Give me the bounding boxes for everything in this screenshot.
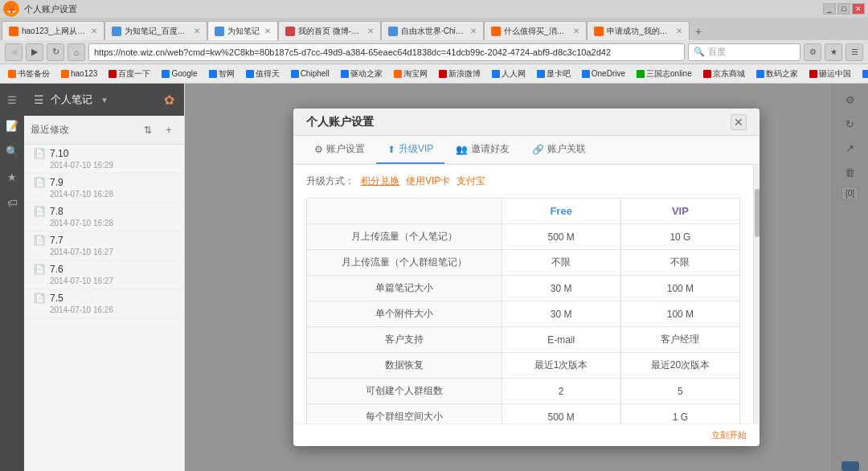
notes-icon[interactable]: 📝	[2, 116, 22, 135]
table-row-6-free: 2	[502, 379, 620, 404]
table-row-1-free: 不限	[502, 250, 620, 276]
tab-7[interactable]: 申请成功_我的众测_什么... ✕	[587, 21, 690, 40]
tab-2[interactable]: 为知笔记_百度搜索 ✕	[104, 21, 207, 40]
bookmark-3-label: 百度一下	[118, 68, 150, 80]
search-left-icon[interactable]: 🔍	[2, 141, 22, 161]
sidebar-item-1[interactable]: 📄 7.10 2014-07-10 16:29	[24, 145, 184, 174]
bookmarks-btn[interactable]: ★	[825, 43, 842, 61]
sidebar-item-2[interactable]: 📄 7.9 2014-07-10 16:28	[24, 174, 184, 203]
tab-6[interactable]: 什么值得买_消费众测|值... ✕	[484, 21, 587, 40]
tab-4-close[interactable]: ✕	[367, 27, 374, 35]
table-row-7-vip: 1 G	[620, 404, 739, 424]
search-box[interactable]: 🔍 百度	[688, 43, 800, 61]
close-window-button[interactable]: ✕	[852, 3, 865, 14]
back-button[interactable]: ◀	[5, 43, 23, 61]
sidebar-item-6[interactable]: 📄 7.5 2014-07-10 16:26	[24, 289, 184, 318]
forward-button[interactable]: ▶	[26, 43, 43, 61]
sort-button[interactable]: ⇅	[139, 121, 157, 139]
bookmark-16[interactable]: 数码之家	[753, 67, 801, 81]
tab-account-link[interactable]: 🔗 账户关联	[521, 136, 597, 164]
tab-2-close[interactable]: ✕	[194, 27, 200, 35]
tab-4[interactable]: 我的首页 微博-随时随地分... ✕	[278, 21, 381, 40]
tab-account-settings-label: 账户设置	[326, 142, 365, 156]
tag-icon[interactable]: 🏷	[2, 193, 22, 212]
bookmark-9[interactable]: 淘宝网	[391, 67, 431, 81]
scrollbar-thumb[interactable]	[755, 189, 760, 237]
upgrade-method-alipay[interactable]: 支付宝	[457, 174, 485, 188]
doc-icon-5: 📄	[34, 264, 45, 275]
modal-tabs: ⚙ 账户设置 ⬆ 升级VIP 👥 邀请好友 🔗	[293, 136, 760, 165]
bookmark-15[interactable]: 京东商城	[700, 67, 748, 81]
refresh-button[interactable]: ↻	[47, 43, 64, 61]
modal-content-with-scroll: 升级方式： 积分兑换 使用VIP卡 支付宝	[293, 165, 760, 424]
bookmark-11[interactable]: 人人网	[489, 67, 529, 81]
url-bar[interactable]: https://note.wiz.cn/web?cmd=kw%2C8kb=80b…	[88, 43, 685, 61]
footer-link[interactable]: 立刻开始	[711, 430, 747, 440]
tab-5[interactable]: 自由水世界·Chiphell-... ✕	[381, 21, 484, 40]
bookmarks-bar: 书签备份 hao123 百度一下 Google 智网 值得天 Chiphell	[0, 64, 868, 84]
bookmark-12[interactable]: 显卡吧	[534, 67, 574, 81]
minimize-button[interactable]: _	[823, 3, 836, 14]
upgrade-method-points[interactable]: 积分兑换	[361, 174, 399, 188]
sidebar-hamburger-icon[interactable]: ☰	[34, 93, 44, 106]
bookmark-13[interactable]: OneDrive	[579, 68, 628, 80]
bookmark-14[interactable]: 三国志online	[633, 67, 695, 81]
modal-header: 个人账户设置 ✕	[293, 109, 760, 136]
sidebar-logo-icon: ✿	[164, 92, 174, 108]
bookmark-1[interactable]: 书签备份	[5, 67, 53, 81]
bookmark-3[interactable]: 百度一下	[105, 67, 154, 81]
bookmark-1-icon	[8, 70, 16, 78]
table-col-vip: VIP	[620, 199, 739, 224]
link-tab-icon: 🔗	[532, 144, 544, 155]
sidebar-item-2-date: 2014-07-10 16:28	[34, 190, 174, 199]
extensions-btn[interactable]: ⚙	[804, 43, 821, 61]
add-note-button[interactable]: +	[160, 121, 178, 139]
table-row-2-free: 30 M	[502, 276, 620, 301]
tab-3[interactable]: 为知笔记 ✕	[207, 21, 278, 40]
firefox-logo: 🦊	[3, 1, 19, 17]
bookmark-17-label: 砸运中国	[819, 68, 851, 80]
tab-2-label: 为知笔记_百度搜索	[125, 26, 189, 37]
tab-upgrade-vip[interactable]: ⬆ 升级VIP	[376, 136, 444, 164]
modal-scrollbar[interactable]	[753, 165, 760, 424]
bookmark-5[interactable]: 智网	[206, 67, 238, 81]
tab-5-close[interactable]: ✕	[470, 27, 477, 35]
bookmark-2[interactable]: hao123	[58, 68, 100, 80]
sidebar-item-1-title: 7.10	[50, 148, 68, 159]
bookmark-6[interactable]: 值得天	[243, 67, 283, 81]
tab-invite-friends[interactable]: 👥 邀请好友	[444, 136, 521, 164]
table-row-5-feature: 数据恢复	[307, 353, 502, 379]
tab-6-close[interactable]: ✕	[573, 27, 579, 35]
maximize-button[interactable]: □	[837, 3, 850, 14]
sidebar-item-4[interactable]: 📄 7.7 2014-07-10 16:27	[24, 231, 184, 260]
doc-icon-3: 📄	[34, 206, 45, 217]
bookmark-10[interactable]: 新浪微博	[436, 67, 484, 81]
upgrade-method-vipcard[interactable]: 使用VIP卡	[406, 174, 450, 188]
table-col-feature	[307, 199, 502, 224]
tab-3-close[interactable]: ✕	[264, 27, 271, 35]
browser-title: 个人账户设置	[24, 3, 77, 15]
star-left-icon[interactable]: ★	[2, 167, 22, 186]
tab-account-settings[interactable]: ⚙ 账户设置	[303, 136, 376, 164]
sidebar-item-5[interactable]: 📄 7.6 2014-07-10 16:27	[24, 260, 184, 289]
sidebar-item-3[interactable]: 📄 7.8 2014-07-10 16:28	[24, 203, 184, 231]
new-tab-button[interactable]: +	[690, 23, 707, 40]
sidebar-chevron-icon: ▼	[100, 96, 108, 104]
tab-1[interactable]: hao123_上网从这里开始 ✕	[2, 21, 104, 40]
tab-7-close[interactable]: ✕	[676, 27, 682, 35]
hamburger-icon[interactable]: ☰	[2, 90, 22, 109]
bookmark-8[interactable]: 驱动之家	[338, 67, 386, 81]
menu-btn[interactable]: ☰	[845, 43, 863, 61]
bookmark-7-icon	[291, 70, 299, 78]
home-button[interactable]: ⌂	[68, 43, 85, 61]
tab-1-close[interactable]: ✕	[91, 27, 97, 35]
bookmark-4[interactable]: Google	[158, 68, 200, 80]
tab-1-label: hao123_上网从这里开始	[22, 26, 86, 37]
modal-close-button[interactable]: ✕	[731, 114, 747, 130]
bookmark-11-label: 人人网	[502, 68, 526, 80]
bookmark-17[interactable]: 砸运中国	[806, 67, 854, 81]
bookmark-18[interactable]: Outlook	[859, 68, 868, 80]
title-bar: 🦊 个人账户设置 _ □ ✕	[0, 0, 868, 18]
left-icons-panel: ☰ 📝 🔍 ★ 🏷	[0, 84, 24, 471]
bookmark-7[interactable]: Chiphell	[288, 68, 333, 80]
